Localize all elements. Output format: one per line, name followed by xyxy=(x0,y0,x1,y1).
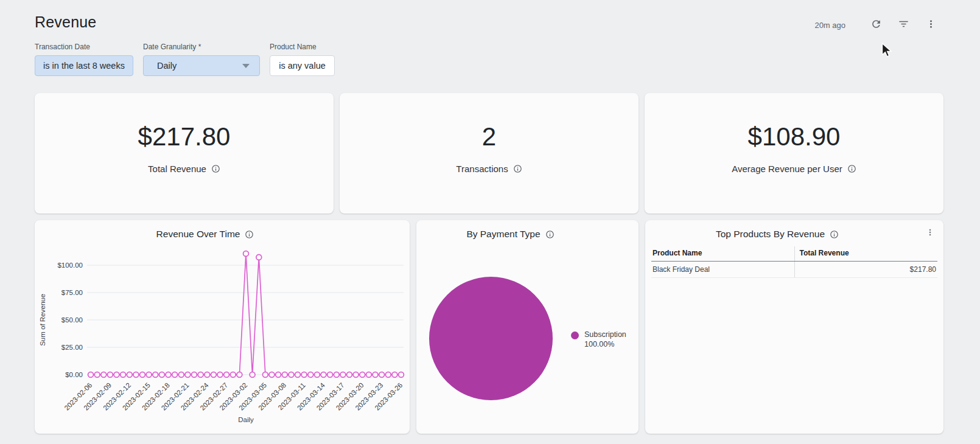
filter-label: Date Granularity * xyxy=(143,43,260,51)
column-header-total-revenue[interactable]: Total Revenue xyxy=(794,246,937,262)
kpi-value: $108.90 xyxy=(748,124,841,150)
date-granularity-dropdown[interactable]: Daily xyxy=(143,55,260,76)
filter-value: is in the last 8 weeks xyxy=(43,61,125,71)
chart-title: Revenue Over Time xyxy=(156,229,240,240)
revenue-over-time-tile: Revenue Over Time $0.00$25.00$50.00$75.0… xyxy=(35,220,410,434)
last-updated-label: 20m ago xyxy=(814,21,845,30)
legend-swatch xyxy=(571,331,579,339)
legend-percent: 100.00% xyxy=(584,340,614,349)
kpi-label: Transactions xyxy=(456,164,508,174)
kebab-menu-icon xyxy=(925,18,937,32)
svg-text:$75.00: $75.00 xyxy=(61,289,83,296)
filter-bar: Transaction Date is in the last 8 weeks … xyxy=(35,43,943,76)
dashboard-header: Revenue 20m ago xyxy=(35,0,943,32)
dropdown-value: Daily xyxy=(157,61,177,71)
kpi-label: Total Revenue xyxy=(148,164,206,174)
svg-text:$25.00: $25.00 xyxy=(61,344,83,351)
filter-group-date-granularity: Date Granularity * Daily xyxy=(143,43,260,76)
top-products-by-revenue-tile: Top Products By Revenue Product Name Tot… xyxy=(645,220,943,434)
viz-row: Revenue Over Time $0.00$25.00$50.00$75.0… xyxy=(35,220,943,434)
svg-text:Sum of Revenue: Sum of Revenue xyxy=(39,294,46,346)
dashboard-more-button[interactable] xyxy=(923,16,939,33)
filter-icon xyxy=(898,18,909,32)
filter-label: Transaction Date xyxy=(35,43,133,51)
table-row[interactable]: Black Friday Deal$217.80 xyxy=(651,262,937,278)
filter-group-transaction-date: Transaction Date is in the last 8 weeks xyxy=(35,43,133,76)
info-icon[interactable] xyxy=(513,164,522,173)
legend-label: Subscription xyxy=(584,330,626,339)
svg-text:$100.00: $100.00 xyxy=(57,262,83,269)
dashboard-filters-button[interactable] xyxy=(896,16,911,33)
kpi-row: $217.80 Total Revenue 2 Transactions $10… xyxy=(35,93,943,213)
header-actions: 20m ago xyxy=(814,16,939,33)
page-title: Revenue xyxy=(35,13,943,31)
average-revenue-per-user-tile: $108.90 Average Revenue per User xyxy=(645,93,943,213)
transaction-date-filter-chip[interactable]: is in the last 8 weeks xyxy=(35,55,133,76)
refresh-icon xyxy=(870,18,882,32)
kpi-label: Average Revenue per User xyxy=(732,164,842,174)
pie-legend[interactable]: Subscription 100.00% xyxy=(571,330,626,349)
chevron-down-icon xyxy=(242,64,250,68)
svg-text:$0.00: $0.00 xyxy=(65,371,83,378)
product-name-filter-chip[interactable]: is any value xyxy=(270,55,335,76)
info-icon[interactable] xyxy=(545,230,555,239)
cell-product-name[interactable]: Black Friday Deal xyxy=(651,262,794,278)
transactions-tile: 2 Transactions xyxy=(340,93,639,213)
filter-label: Product Name xyxy=(270,43,335,51)
info-icon[interactable] xyxy=(847,164,856,173)
svg-text:Daily: Daily xyxy=(238,416,254,423)
info-icon[interactable] xyxy=(830,230,839,239)
top-products-table: Product Name Total Revenue Black Friday … xyxy=(651,246,937,278)
line-chart[interactable]: $0.00$25.00$50.00$75.00$100.00Sum of Rev… xyxy=(35,240,410,429)
cell-total-revenue[interactable]: $217.80 xyxy=(794,262,937,278)
pie-slice-subscription[interactable] xyxy=(429,277,553,400)
filter-value: is any value xyxy=(279,61,326,71)
chart-title: By Payment Type xyxy=(466,229,540,240)
kpi-value: 2 xyxy=(482,124,496,150)
refresh-button[interactable] xyxy=(869,16,884,33)
chart-title: Top Products By Revenue xyxy=(716,229,825,240)
by-payment-type-tile: By Payment Type Subscription 100.00% xyxy=(416,220,639,434)
kebab-menu-icon xyxy=(925,230,935,239)
tile-more-button[interactable] xyxy=(924,226,936,240)
revenue-dashboard: Revenue 20m ago Transaction Date xyxy=(0,0,980,434)
svg-text:$50.00: $50.00 xyxy=(61,316,83,324)
column-header-product-name[interactable]: Product Name xyxy=(651,246,794,262)
kpi-value: $217.80 xyxy=(138,124,231,150)
info-icon[interactable] xyxy=(211,164,220,173)
filter-group-product-name: Product Name is any value xyxy=(270,43,335,76)
total-revenue-tile: $217.80 Total Revenue xyxy=(35,93,334,213)
info-icon[interactable] xyxy=(245,230,254,239)
